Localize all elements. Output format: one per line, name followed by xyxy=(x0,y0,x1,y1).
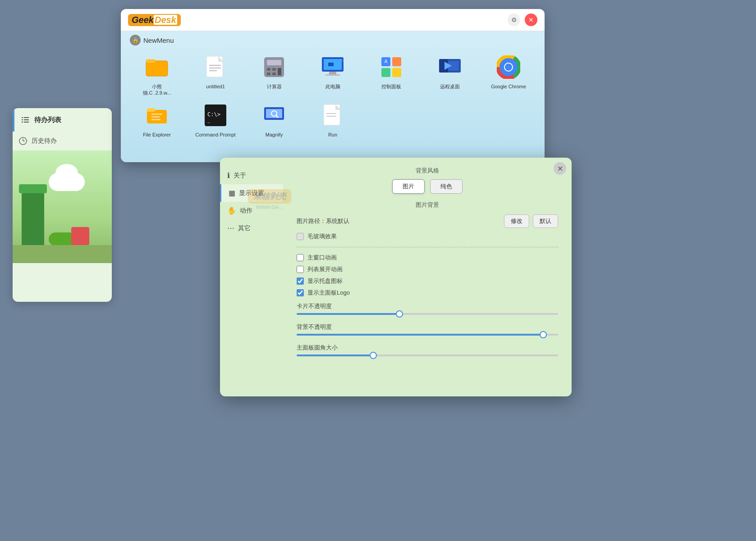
icon-xiaoxiongmao[interactable]: 小熊猫.C .2.9.w... xyxy=(130,53,184,96)
svg-rect-4 xyxy=(22,122,23,123)
icon-chrome[interactable]: Google Chrome xyxy=(481,53,536,96)
icon-label: 计算器 xyxy=(267,83,282,90)
card-opacity-section: 卡片不透明度 xyxy=(297,302,558,315)
list-anim-label: 列表展开动画 xyxy=(307,265,343,273)
frosted-row: 毛玻璃效果 xyxy=(297,232,558,241)
corner-thumb[interactable] xyxy=(370,352,377,359)
about-icon: ℹ xyxy=(227,171,230,180)
icon-label: File Explorer xyxy=(143,132,171,138)
icon-controlpanel[interactable]: A 控制面板 xyxy=(364,53,418,96)
tray-icon-checkbox[interactable] xyxy=(297,277,304,285)
bg-image-button[interactable]: 图片 xyxy=(392,179,425,194)
icon-label: untitled1 xyxy=(206,83,225,90)
settings-nav-actions[interactable]: ✋ 动作 xyxy=(220,202,283,219)
icon-cmd[interactable]: C:\> _ Command Prompt xyxy=(188,101,243,138)
main-anim-label: 主窗口动画 xyxy=(307,254,337,262)
settings-button[interactable]: ⚙ xyxy=(508,14,520,26)
svg-rect-19 xyxy=(267,68,270,71)
svg-rect-48 xyxy=(151,114,162,115)
close-window-button[interactable]: ✕ xyxy=(525,14,537,26)
icon-label: 控制面板 xyxy=(381,83,401,90)
menu-row: 🔒 NewMenu xyxy=(121,31,545,49)
todo-panel: 待办列表 历史待办 xyxy=(13,108,112,302)
history-todo-item[interactable]: 历史待办 xyxy=(13,132,112,150)
logo-text: GeekDesk xyxy=(132,15,177,25)
todo-header: 待办列表 xyxy=(13,108,112,132)
bg-opacity-track xyxy=(297,334,558,336)
default-button[interactable]: 默认 xyxy=(533,214,558,228)
bg-solid-button[interactable]: 纯色 xyxy=(430,179,463,194)
desktop: 待办列表 历史待办 GeekDesk xyxy=(0,0,756,541)
svg-text:C:\>: C:\> xyxy=(207,111,220,118)
svg-rect-18 xyxy=(267,60,281,65)
svg-rect-33 xyxy=(381,68,390,77)
history-label: 历史待办 xyxy=(32,137,57,145)
computer-icon xyxy=(320,55,345,79)
todo-title: 待办列表 xyxy=(34,116,61,124)
bg-style-title: 背景风格 xyxy=(297,167,558,175)
checkbox-logo: 显示主面板Logo xyxy=(297,289,558,297)
svg-rect-49 xyxy=(151,116,160,118)
folder-icon xyxy=(144,55,170,80)
settings-close-button[interactable]: ✕ xyxy=(554,162,566,175)
menu-title: NewMenu xyxy=(143,36,174,44)
icon-untitled1[interactable]: untitled1 xyxy=(188,53,243,96)
ground-decoration xyxy=(13,245,112,263)
settings-content: 背景风格 图片 纯色 图片背景 图片路径：系统默认 修改 默认 毛玻璃效果 xyxy=(283,158,572,396)
svg-rect-9 xyxy=(146,61,168,76)
icon-label: Run xyxy=(328,132,337,138)
svg-rect-24 xyxy=(278,68,281,75)
frosted-checkbox[interactable] xyxy=(297,233,304,240)
bg-opacity-fill xyxy=(297,334,545,336)
bg-opacity-section: 背景不透明度 xyxy=(297,323,558,336)
icon-remote[interactable]: 远程桌面 xyxy=(423,53,477,96)
icon-computer[interactable]: 此电脑 xyxy=(306,53,360,96)
svg-rect-47 xyxy=(147,108,155,112)
magnify-icon xyxy=(262,104,286,127)
path-buttons: 修改 默认 xyxy=(504,214,558,228)
explorer-icon xyxy=(145,104,169,127)
bg-style-buttons: 图片 纯色 xyxy=(297,179,558,194)
main-anim-checkbox[interactable] xyxy=(297,254,304,261)
svg-rect-20 xyxy=(272,68,276,71)
path-label: 图片路径：系统默认 xyxy=(297,217,349,225)
icon-label: 远程桌面 xyxy=(440,83,460,90)
remote-icon xyxy=(437,55,463,79)
modify-button[interactable]: 修改 xyxy=(504,214,529,228)
icon-magnify[interactable]: Magnify xyxy=(247,101,301,138)
icon-calculator[interactable]: 计算器 xyxy=(247,53,301,96)
settings-nav-about[interactable]: ℹ 关于 xyxy=(220,167,283,184)
controlpanel-icon: A xyxy=(380,55,403,79)
svg-rect-1 xyxy=(24,117,29,118)
card-opacity-track xyxy=(297,313,558,315)
logo-checkbox[interactable] xyxy=(297,289,304,296)
icon-explorer[interactable]: File Explorer xyxy=(130,101,184,138)
list-icon xyxy=(21,115,30,124)
svg-rect-27 xyxy=(329,72,336,74)
checkbox-tray: 显示托盘图标 xyxy=(297,277,558,285)
block-decoration xyxy=(71,227,89,245)
clock-icon xyxy=(19,137,27,145)
tray-icon-label: 显示托盘图标 xyxy=(307,277,343,285)
bg-opacity-thumb[interactable] xyxy=(540,331,547,338)
settings-nav-display[interactable]: ▦ 显示设置 xyxy=(220,184,283,202)
icon-run[interactable]: Run xyxy=(306,101,360,138)
settings-nav-other[interactable]: ⋯ 其它 xyxy=(220,219,283,237)
svg-rect-22 xyxy=(267,73,270,75)
divider xyxy=(297,247,558,247)
corner-fill xyxy=(297,355,375,356)
svg-rect-50 xyxy=(151,119,160,120)
list-anim-checkbox[interactable] xyxy=(297,266,304,273)
main-window: GeekDesk ⚙ ✕ 🔒 NewMenu xyxy=(121,9,545,162)
card-opacity-thumb[interactable] xyxy=(396,310,403,318)
svg-rect-2 xyxy=(22,119,23,120)
corner-track xyxy=(297,355,558,356)
cloud-decoration xyxy=(49,173,85,191)
svg-rect-3 xyxy=(24,119,29,120)
svg-rect-28 xyxy=(325,74,340,76)
icon-label: Command Prompt xyxy=(195,132,235,138)
logo-label: 显示主面板Logo xyxy=(307,289,350,297)
card-opacity-label: 卡片不透明度 xyxy=(297,302,558,310)
svg-point-45 xyxy=(505,64,512,71)
card-opacity-fill xyxy=(297,313,401,315)
